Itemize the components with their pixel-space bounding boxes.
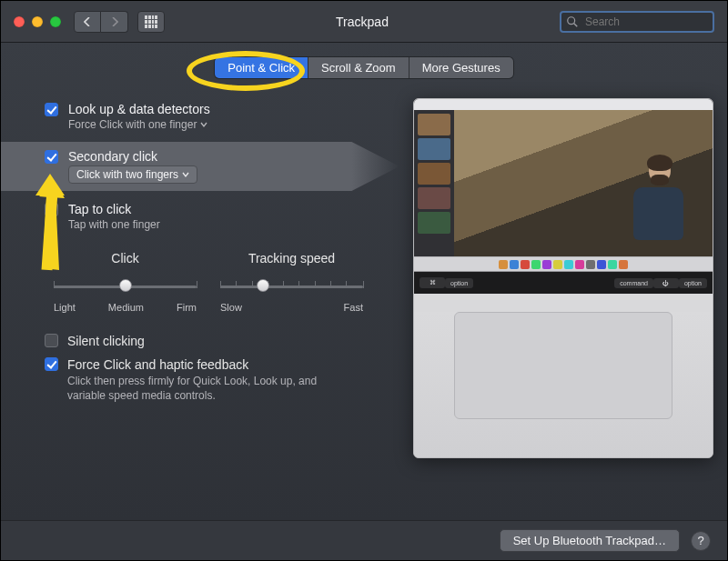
preview-thumb [418, 138, 450, 160]
preview-touchbar: ⌘ option command ⏻ option [414, 272, 713, 294]
secondary-submenu[interactable]: Click with two fingers [68, 165, 197, 184]
forceclick-checkbox[interactable] [45, 357, 58, 371]
silent-checkbox[interactable] [45, 334, 58, 347]
preview-screen [414, 99, 713, 272]
click-slider[interactable] [54, 276, 197, 296]
chevron-down-icon [200, 118, 207, 131]
option-secondary-row[interactable]: Secondary click Click with two fingers [1, 142, 399, 191]
forward-button[interactable] [101, 11, 128, 33]
setup-bluetooth-button[interactable]: Set Up Bluetooth Trackpad… [500, 529, 680, 552]
click-label-light: Light [54, 302, 76, 313]
tab-point-click[interactable]: Point & Click [215, 57, 308, 78]
back-button[interactable] [74, 11, 101, 33]
footer-bar: Set Up Bluetooth Trackpad… ? [1, 520, 727, 560]
tap-sub-label: Tap with one finger [68, 218, 160, 231]
click-slider-title: Click [54, 251, 197, 265]
option-lookup-row[interactable]: Look up & data detectors Force Click wit… [1, 95, 399, 138]
content-area: Look up & data detectors Force Click wit… [1, 78, 727, 458]
minimize-window-button[interactable] [32, 16, 43, 27]
window-controls [14, 16, 61, 27]
tb-key: option [679, 278, 707, 288]
tab-more-gestures[interactable]: More Gestures [409, 57, 513, 78]
tracking-label-fast: Fast [344, 302, 363, 313]
titlebar: Trackpad [1, 1, 727, 43]
svg-point-0 [568, 16, 575, 24]
help-button[interactable]: ? [691, 531, 711, 551]
silent-title: Silent clicking [67, 334, 145, 348]
lookup-title: Look up & data detectors [68, 102, 210, 116]
click-slider-knob[interactable] [119, 279, 132, 292]
laptop-preview: ⌘ option command ⏻ option [413, 98, 713, 458]
silent-row[interactable]: Silent clicking [45, 329, 399, 353]
tb-key: ⌘ [420, 277, 445, 288]
preview-column: ⌘ option command ⏻ option [399, 95, 727, 458]
lookup-sub-label: Force Click with one finger [68, 118, 197, 131]
preview-thumb [418, 187, 450, 209]
lookup-submenu[interactable]: Force Click with one finger [68, 118, 207, 131]
tb-key: ⏻ [653, 278, 679, 288]
tracking-slider-knob[interactable] [257, 279, 269, 292]
preview-thumb [418, 163, 450, 185]
sliders-row: Click Light Medium Firm Tracking speed [1, 238, 399, 318]
tracking-label-slow: Slow [220, 302, 242, 313]
option-tap-row[interactable]: Tap to click Tap with one finger [1, 195, 399, 238]
svg-line-1 [574, 23, 578, 26]
forceclick-row[interactable]: Force Click and haptic feedback Click th… [45, 353, 399, 407]
tab-scroll-zoom[interactable]: Scroll & Zoom [308, 57, 409, 78]
preview-thumb [418, 212, 450, 234]
tracking-slider-title: Tracking speed [220, 251, 363, 265]
tb-key: option [445, 278, 473, 288]
preview-trackpad [454, 312, 672, 419]
window-title: Trackpad [165, 15, 560, 29]
show-all-prefs-button[interactable] [137, 11, 165, 33]
search-icon [566, 15, 579, 28]
secondary-sub-label: Click with two fingers [76, 168, 178, 181]
search-wrap [560, 11, 714, 33]
tap-checkbox[interactable] [45, 203, 58, 216]
preview-sidebar [414, 110, 454, 256]
nav-buttons [74, 11, 128, 33]
preview-menubar [414, 99, 713, 110]
secondary-title: Secondary click [68, 149, 197, 164]
preview-photo [454, 110, 713, 256]
preview-trackpad-area [414, 312, 713, 457]
tracking-slider-box: Tracking speed Slow Fast [220, 251, 363, 313]
tracking-slider[interactable] [220, 276, 363, 296]
tb-key: command [614, 278, 653, 288]
tap-title: Tap to click [68, 202, 160, 216]
click-label-firm: Firm [177, 302, 197, 313]
preview-dock [414, 256, 713, 271]
close-window-button[interactable] [14, 16, 25, 27]
lookup-checkbox[interactable] [45, 103, 58, 116]
search-input[interactable] [560, 11, 714, 33]
click-label-medium: Medium [108, 302, 144, 313]
forceclick-sub: Click then press firmly for Quick Look, … [67, 374, 340, 403]
preview-person [629, 149, 693, 240]
zoom-window-button[interactable] [50, 16, 61, 27]
tab-bar: Point & Click Scroll & Zoom More Gesture… [1, 57, 727, 78]
secondary-click-checkbox[interactable] [45, 150, 58, 164]
lower-options: Silent clicking Force Click and haptic f… [1, 318, 399, 407]
chevron-down-icon [182, 168, 189, 181]
options-column: Look up & data detectors Force Click wit… [1, 95, 399, 458]
preview-thumb [418, 114, 450, 135]
click-slider-box: Click Light Medium Firm [54, 251, 197, 313]
forceclick-title: Force Click and haptic feedback [67, 357, 340, 372]
